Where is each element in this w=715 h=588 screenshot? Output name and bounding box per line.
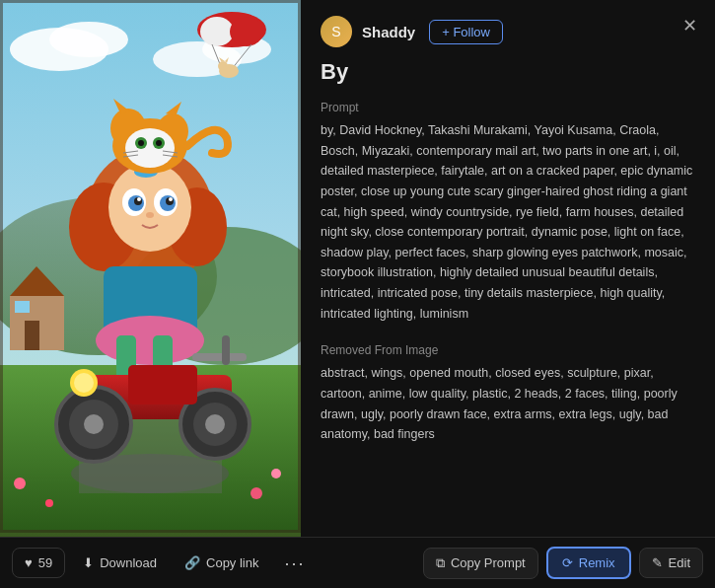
svg-point-52 [96,316,204,365]
svg-rect-13 [15,301,30,313]
svg-point-69 [14,478,26,489]
edit-button[interactable]: ✎ Edit [639,548,703,578]
copy-prompt-button[interactable]: ⧉ Copy Prompt [423,548,538,579]
svg-point-71 [45,499,53,507]
content-panel: S Shaddy + Follow By Prompt by, David Ho… [301,0,715,537]
svg-point-63 [205,414,225,434]
artwork-image [0,0,301,537]
svg-point-2 [49,22,128,57]
svg-rect-65 [222,335,230,365]
artwork-svg [0,0,301,533]
follow-button[interactable]: + Follow [429,20,503,44]
download-icon: ⬇ [83,555,94,570]
like-count: 59 [38,555,52,570]
svg-point-46 [156,140,162,146]
prompt-text: by, David Hockney, Takashi Murakami, Yay… [321,120,695,324]
like-button[interactable]: ♥ 59 [12,548,65,578]
avatar: S [321,16,352,47]
svg-point-16 [230,17,263,46]
svg-rect-68 [128,365,197,404]
copy-link-button[interactable]: 🔗 Copy link [175,549,268,577]
copy-icon: ⧉ [436,555,445,571]
svg-point-67 [74,373,94,393]
bottom-right-actions: ⧉ Copy Prompt ⟳ Remix ✎ Edit [423,547,703,579]
bottom-bar: ♥ 59 ⬇ Download 🔗 Copy link ··· ⧉ Copy P… [0,537,715,588]
svg-point-33 [137,197,141,201]
remix-button[interactable]: ⟳ Remix [546,547,631,579]
close-button[interactable]: ✕ [676,12,703,39]
svg-point-70 [271,469,281,478]
prompt-label: Prompt [321,101,695,114]
svg-point-15 [200,17,234,46]
heart-icon: ♥ [25,555,33,570]
svg-point-35 [146,212,154,218]
removed-label: Removed From Image [321,343,695,357]
modal-container: ✕ [0,0,715,537]
download-button[interactable]: ⬇ Download [73,549,167,577]
svg-point-60 [84,414,104,434]
svg-rect-64 [192,353,247,361]
edit-icon: ✎ [652,555,663,570]
remix-icon: ⟳ [562,555,573,570]
svg-point-72 [250,487,262,499]
username: Shaddy [362,24,415,40]
svg-point-45 [138,140,144,146]
svg-point-42 [125,128,175,168]
removed-text: abstract, wings, opened mouth, closed ey… [321,363,695,445]
image-title: By [321,59,695,85]
artwork-panel [0,0,301,537]
svg-point-34 [169,197,173,201]
link-icon: 🔗 [184,555,200,570]
svg-rect-12 [25,321,39,350]
more-button[interactable]: ··· [276,548,313,579]
user-row: S Shaddy + Follow [321,16,695,47]
